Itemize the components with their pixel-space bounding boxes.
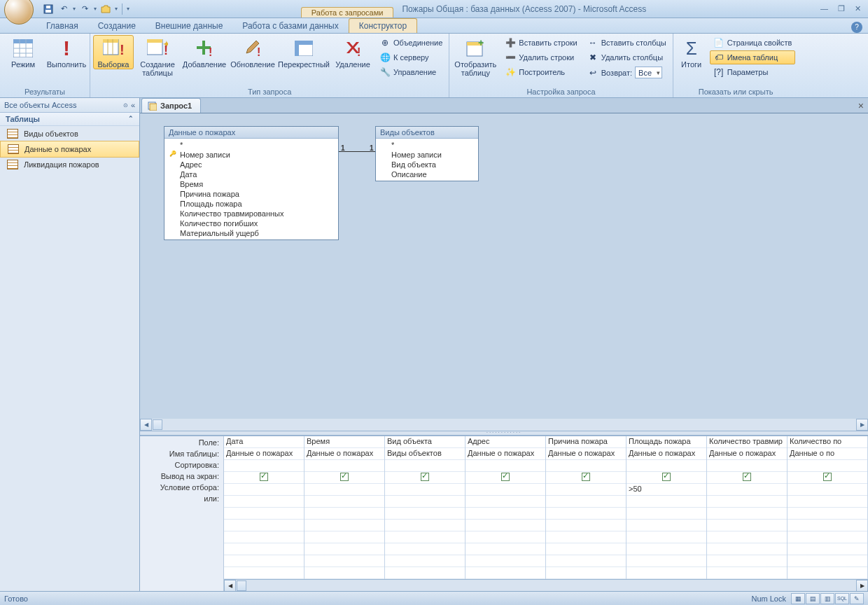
propsheet-button[interactable]: 📄Страница свойств xyxy=(710,36,796,50)
delete-query-button[interactable]: ! Удаление xyxy=(332,35,373,69)
nav-collapse-icon[interactable]: « xyxy=(131,101,135,109)
qbe-column[interactable]: АдресДанные о пожарах xyxy=(465,436,546,591)
append-button[interactable]: ! Добавление xyxy=(181,35,227,69)
checkbox-checked[interactable] xyxy=(743,473,751,481)
crosstab-button[interactable]: Перекрестный xyxy=(278,35,330,69)
open-icon[interactable] xyxy=(99,3,112,15)
tab-home[interactable]: Главная xyxy=(36,19,88,33)
minimize-button[interactable]: — xyxy=(818,4,831,13)
doc-close-button[interactable]: × xyxy=(854,100,868,111)
qbe-column[interactable]: Причина пожараДанные о пожарах xyxy=(546,436,626,591)
nav-dropdown-icon[interactable]: ⊙ xyxy=(123,102,128,109)
close-button[interactable]: ✕ xyxy=(852,4,864,13)
deletecols-button[interactable]: ✖Удалить столбцы xyxy=(584,50,670,64)
qbe-column[interactable]: Количество поДанные о по xyxy=(788,436,868,591)
field-item[interactable]: Материальный ущерб xyxy=(167,228,335,238)
checkbox-checked[interactable] xyxy=(260,473,268,481)
view-sql-button[interactable]: SQL xyxy=(835,593,849,604)
tab-dbtools[interactable]: Работа с базами данных xyxy=(232,19,348,33)
scroll-thumb[interactable] xyxy=(153,419,162,430)
main-area: Все объекты Access ⊙« Таблицы ⌃ Виды объ… xyxy=(0,98,868,591)
save-icon[interactable] xyxy=(42,3,55,15)
table-icon xyxy=(7,160,18,169)
parameters-button[interactable]: [?]Параметры xyxy=(710,65,796,79)
query-design-surface[interactable]: Данные о пожарах *Номер записиАдресДатаВ… xyxy=(140,113,868,419)
showtable-button[interactable]: + Отобразить таблицу xyxy=(452,35,498,78)
field-item[interactable]: Причина пожара xyxy=(167,189,335,199)
restore-button[interactable]: ❐ xyxy=(835,4,848,13)
undo-icon[interactable]: ↶ xyxy=(57,3,70,15)
checkbox-checked[interactable] xyxy=(340,473,349,481)
qbe-column[interactable]: ДатаДанные о пожарах xyxy=(224,436,304,591)
tab-create[interactable]: Создание xyxy=(88,19,146,33)
passthrough-button[interactable]: 🌐К серверу xyxy=(376,50,446,64)
nav-item-table[interactable]: Виды объектов xyxy=(0,126,139,141)
run-button[interactable]: ! Выполнить xyxy=(46,35,87,69)
deleterows-button[interactable]: ➖Удалить строки xyxy=(501,50,580,64)
insertrows-button[interactable]: ➕Вставить строки xyxy=(501,36,580,50)
field-item[interactable]: Адрес xyxy=(167,160,335,169)
qbe-column[interactable]: Площадь пожараДанные о пожарах>50 xyxy=(626,436,707,591)
names-icon: 🏷 xyxy=(713,52,724,63)
redo-icon[interactable]: ↷ xyxy=(78,3,91,15)
nav-item-table[interactable]: Данные о пожарах xyxy=(0,141,139,158)
splitter[interactable] xyxy=(140,431,868,436)
qbe-column[interactable]: Количество травмирДанные о пожарах xyxy=(707,436,788,591)
view-pivottable-button[interactable]: ▤ xyxy=(806,593,820,604)
nav-group-tables[interactable]: Таблицы ⌃ xyxy=(0,113,139,126)
insertcols-button[interactable]: ↔Вставить столбцы xyxy=(584,36,670,50)
checkbox-checked[interactable] xyxy=(582,473,590,481)
qbe-column[interactable]: ВремяДанные о пожарах xyxy=(304,436,385,591)
scroll-left-icon[interactable]: ◀ xyxy=(140,419,152,431)
ribbon-tabs: Главная Создание Внешние данные Работа с… xyxy=(0,18,868,34)
field-item[interactable]: Вид объекта xyxy=(379,160,475,169)
status-numlock: Num Lock xyxy=(751,594,786,603)
datadef-button[interactable]: 🔧Управление xyxy=(376,65,446,79)
help-button[interactable]: ? xyxy=(851,22,862,33)
field-item[interactable]: * xyxy=(379,140,475,150)
builder-button[interactable]: ✨Построитель xyxy=(501,65,580,79)
qbe-column[interactable]: Вид объектаВиды объектов xyxy=(385,436,465,591)
return-combo[interactable]: ↩Возврат: Все xyxy=(584,65,670,80)
field-item[interactable]: Количество погибших xyxy=(167,218,335,228)
globe-icon: 🌐 xyxy=(379,52,391,63)
field-item[interactable]: Время xyxy=(167,179,335,189)
tab-design[interactable]: Конструктор xyxy=(349,18,417,33)
qat-customize-icon[interactable]: ▾ xyxy=(127,6,130,12)
qat-menu-icon[interactable]: ▾ xyxy=(115,6,118,12)
view-button[interactable]: Режим xyxy=(3,35,43,69)
view-design-button[interactable]: ✎ xyxy=(850,593,864,604)
view-datasheet-button[interactable]: ▦ xyxy=(791,593,805,604)
nav-header[interactable]: Все объекты Access ⊙« xyxy=(0,98,139,113)
redo-menu-icon[interactable]: ▾ xyxy=(94,6,97,12)
table-box-fires[interactable]: Данные о пожарах *Номер записиАдресДатаВ… xyxy=(164,126,339,240)
qbe-hscroll[interactable]: ◀ ▶ xyxy=(224,579,868,591)
update-button[interactable]: ! Обновление xyxy=(230,35,275,69)
view-pivotchart-button[interactable]: ▥ xyxy=(820,593,834,604)
field-item[interactable]: Номер записи xyxy=(167,150,335,160)
nav-item-table[interactable]: Ликвидация пожаров xyxy=(0,157,139,172)
field-item[interactable]: Дата xyxy=(167,169,335,179)
scroll-right-icon[interactable]: ▶ xyxy=(856,419,868,431)
select-query-button[interactable]: ! Выборка xyxy=(93,35,134,69)
doc-tab-query1[interactable]: Запрос1 xyxy=(141,98,201,113)
checkbox-checked[interactable] xyxy=(662,473,671,481)
exclaim-icon: ! xyxy=(55,37,78,60)
field-item[interactable]: Номер записи xyxy=(379,150,475,160)
field-item[interactable]: Описание xyxy=(379,169,475,179)
checkbox-checked[interactable] xyxy=(823,473,832,481)
union-button[interactable]: ⊕Объединение xyxy=(376,36,446,50)
undo-menu-icon[interactable]: ▾ xyxy=(73,6,76,12)
maketable-button[interactable]: ✦! Создание таблицы xyxy=(136,35,178,78)
checkbox-checked[interactable] xyxy=(501,473,510,481)
field-item[interactable]: * xyxy=(167,140,335,150)
table-box-types[interactable]: Виды объектов *Номер записиВид объектаОп… xyxy=(375,126,479,181)
crosstab-icon xyxy=(293,37,315,60)
tab-external[interactable]: Внешние данные xyxy=(146,19,233,33)
quick-access-toolbar: ↶ ▾ ↷ ▾ ▾ ▾ xyxy=(42,3,130,15)
field-item[interactable]: Площадь пожара xyxy=(167,199,335,209)
checkbox-checked[interactable] xyxy=(421,473,429,481)
tablenames-button[interactable]: 🏷Имена таблиц xyxy=(710,50,796,64)
totals-button[interactable]: Σ Итоги xyxy=(676,35,707,69)
field-item[interactable]: Количество травмированных xyxy=(167,209,335,218)
